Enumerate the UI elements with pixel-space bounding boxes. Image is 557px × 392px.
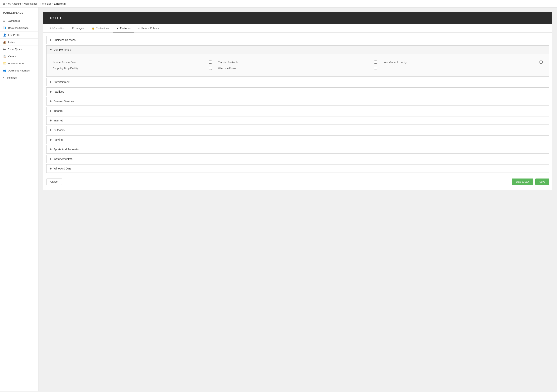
sidebar-item-room-types[interactable]: 🛏 Room Types: [0, 46, 38, 53]
accordion-complementry: − Complementry Internet Access Free Shop…: [46, 45, 549, 77]
save-buttons: Save & Stay Save: [512, 179, 549, 185]
toggle-wine-dine: +: [49, 167, 52, 170]
payment-icon: 💳: [3, 62, 6, 65]
accordion-wine-dine: + Wine And Dine: [46, 164, 549, 173]
accordion-header-water-amenites[interactable]: + Water Amenites: [47, 155, 549, 163]
restrictions-icon: 🔒: [92, 27, 95, 30]
breadcrumb-edit-hotel: Edit Hotel: [54, 2, 66, 5]
toggle-sports-recreation: +: [49, 147, 52, 151]
toggle-business-services: +: [49, 38, 52, 42]
complementry-col-1: Internet Access Free Shopping Drop Facil…: [50, 57, 215, 73]
accordion-indoors: + Indoors: [46, 107, 549, 115]
accordion-entertainment: + Entertainment: [46, 78, 549, 86]
toggle-entertainment: +: [49, 80, 52, 84]
breadcrumb-hotel-list[interactable]: Hotel List: [41, 2, 51, 5]
save-stay-button[interactable]: Save & Stay: [512, 179, 533, 185]
room-types-icon: 🛏: [3, 48, 6, 51]
orders-icon: 📋: [3, 55, 6, 58]
sidebar-item-payment-mode[interactable]: 💳 Payment Mode: [0, 60, 38, 67]
toggle-outdoors: +: [49, 128, 52, 132]
breadcrumb-sep-1: ›: [22, 2, 23, 5]
footer-actions: Cancel Save & Stay Save: [46, 177, 549, 187]
refunds-icon: ↩: [3, 76, 5, 79]
tab-features[interactable]: ★ Features: [113, 24, 134, 33]
breadcrumb-sep-2: ›: [39, 2, 39, 5]
sidebar-item-additional-facilities[interactable]: 👥 Additional Facilities: [0, 67, 38, 74]
breadcrumb-sep-3: ›: [52, 2, 53, 5]
home-icon[interactable]: ⌂: [3, 2, 5, 5]
checkbox-welcome-drinks-input[interactable]: [374, 67, 377, 70]
tab-restrictions[interactable]: 🔒 Restrictions: [88, 24, 112, 33]
dashboard-icon: ☰: [3, 19, 6, 22]
sidebar-item-bookings-calender[interactable]: 📊 Bookings Calender: [0, 24, 38, 32]
checkbox-welcome-drinks: Welcome Drinks: [218, 65, 377, 71]
features-content: + Business Services − Complementry Inter…: [43, 33, 552, 190]
checkbox-newspaper-in-lobby: NewsPaper In Lobby: [384, 59, 543, 65]
toggle-facilities: +: [49, 90, 52, 93]
sidebar-item-orders[interactable]: 📋 Orders: [0, 53, 38, 60]
breadcrumb-my-account[interactable]: My Account: [8, 2, 21, 5]
complementry-grid: Internet Access Free Shopping Drop Facil…: [49, 57, 546, 74]
refund-policies-icon: ↩: [138, 27, 140, 30]
breadcrumb: ⌂ › My Account › Marketplace › Hotel Lis…: [0, 0, 557, 8]
tab-information[interactable]: ℹ Information: [46, 24, 68, 33]
complementry-col-3: NewsPaper In Lobby: [380, 57, 546, 73]
features-icon: ★: [117, 27, 119, 30]
accordion-header-complementry[interactable]: − Complementry: [47, 46, 549, 54]
accordion-water-amenites: + Water Amenites: [46, 155, 549, 163]
hotels-icon: 🏨: [3, 41, 6, 44]
sidebar-item-hotels[interactable]: 🏨 Hotels: [0, 39, 38, 46]
accordion-internet: + Internet: [46, 116, 549, 125]
accordion-header-indoors[interactable]: + Indoors: [47, 107, 549, 115]
sidebar-title: MARKETPLACE: [0, 11, 38, 17]
additional-facilities-icon: 👥: [3, 69, 6, 72]
checkbox-shopping-drop-facility-input[interactable]: [209, 67, 212, 70]
toggle-complementry: −: [49, 48, 52, 51]
toggle-indoors: +: [49, 109, 52, 113]
accordion-header-business-services[interactable]: + Business Services: [47, 36, 549, 44]
checkbox-transfer-available: Transfer Available: [218, 59, 377, 65]
accordion-header-general-services[interactable]: + General Services: [47, 97, 549, 105]
accordion-sports-recreation: + Sports And Recreation: [46, 145, 549, 154]
tab-refund-policies[interactable]: ↩ Refund Policies: [135, 24, 162, 33]
accordion-outdoors: + Outdoors: [46, 126, 549, 134]
breadcrumb-marketplace[interactable]: Marketplace: [24, 2, 37, 5]
tabs-container: ℹ Information 🖼 Images 🔒 Restrictions ★ …: [43, 24, 552, 33]
tab-images[interactable]: 🖼 Images: [69, 24, 87, 33]
hotel-header: HOTEL: [43, 12, 552, 24]
toggle-parking: +: [49, 138, 52, 141]
accordion-header-entertainment[interactable]: + Entertainment: [47, 78, 549, 86]
complementry-body: Internet Access Free Shopping Drop Facil…: [47, 54, 549, 76]
accordion-parking: + Parking: [46, 135, 549, 144]
checkbox-internet-access-free-input[interactable]: [209, 61, 212, 64]
accordion-business-services: + Business Services: [46, 36, 549, 44]
checkbox-newspaper-in-lobby-input[interactable]: [540, 61, 543, 64]
checkbox-internet-access-free: Internet Access Free: [53, 59, 212, 65]
accordion-general-services: + General Services: [46, 97, 549, 106]
accordion-header-parking[interactable]: + Parking: [47, 136, 549, 144]
profile-icon: 👤: [3, 33, 6, 37]
accordion-header-facilities[interactable]: + Facilities: [47, 88, 549, 96]
checkbox-shopping-drop-facility: Shopping Drop Facility: [53, 65, 212, 71]
toggle-general-services: +: [49, 99, 52, 103]
sidebar-item-dashboard[interactable]: ☰ Dashboard: [0, 17, 38, 24]
info-icon: ℹ: [50, 27, 51, 30]
toggle-internet: +: [49, 119, 52, 122]
accordion-header-sports-recreation[interactable]: + Sports And Recreation: [47, 145, 549, 153]
accordion-header-wine-dine[interactable]: + Wine And Dine: [47, 164, 549, 172]
save-button[interactable]: Save: [535, 179, 549, 185]
images-icon: 🖼: [72, 27, 74, 30]
sidebar: MARKETPLACE ☰ Dashboard 📊 Bookings Calen…: [0, 8, 38, 392]
accordion-header-internet[interactable]: + Internet: [47, 116, 549, 124]
accordion-facilities: + Facilities: [46, 87, 549, 96]
breadcrumb-sep-0: ›: [6, 2, 7, 5]
bookings-icon: 📊: [3, 26, 6, 29]
checkbox-transfer-available-input[interactable]: [374, 61, 377, 64]
toggle-water-amenites: +: [49, 157, 52, 161]
main-content: HOTEL ℹ Information 🖼 Images 🔒 Restricti…: [38, 8, 557, 392]
accordion-header-outdoors[interactable]: + Outdoors: [47, 126, 549, 134]
sidebar-item-refunds[interactable]: ↩ Refunds: [0, 74, 38, 81]
cancel-button[interactable]: Cancel: [46, 179, 62, 185]
sidebar-item-edit-profile[interactable]: 👤 Edit Profile: [0, 32, 38, 39]
complementry-col-2: Transfer Available Welcome Drinks: [215, 57, 380, 73]
